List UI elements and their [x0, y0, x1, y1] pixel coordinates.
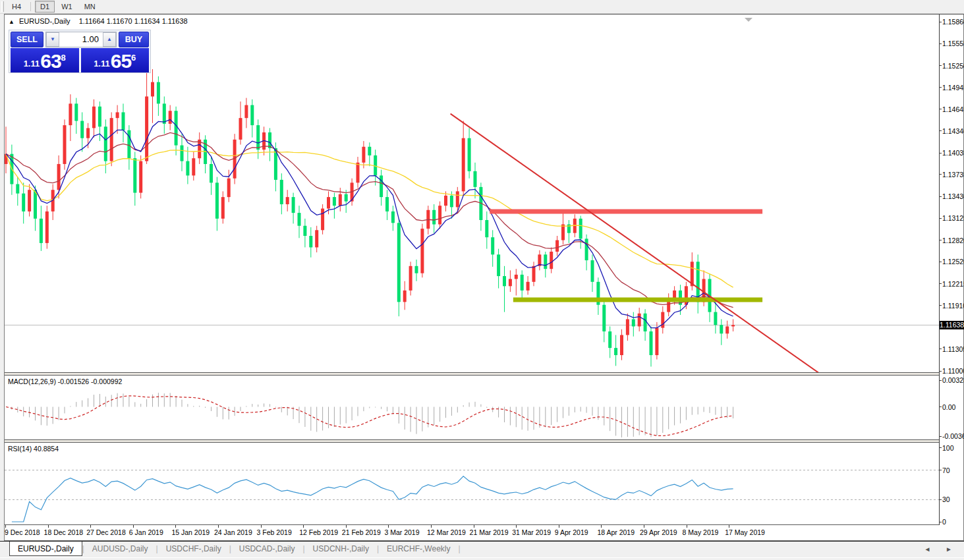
date-tick [687, 525, 687, 528]
volume-stepper: ▼ 1.00 ▲ [45, 32, 117, 47]
date-axis-label: 9 Dec 2018 [5, 528, 40, 536]
axis-tick [940, 174, 942, 175]
date-axis-label: 21 Feb 2019 [342, 528, 381, 536]
date-axis-label: 3 Mar 2019 [384, 528, 419, 536]
axis-tick [940, 436, 942, 437]
toolbar-separator [30, 2, 31, 11]
chart-title: ▲ EURUSD-,Daily 1.11664 1.11670 1.11634 … [9, 17, 188, 25]
chart-tab-eurchf[interactable]: EURCHF-,Weekly [379, 542, 458, 555]
chart-plot-area[interactable] [5, 14, 939, 525]
tab-scroll-arrows[interactable]: ◄ ► [924, 546, 959, 553]
date-tick [218, 525, 219, 528]
current-price-badge: 1.11638 [940, 321, 964, 329]
toolbar-grip[interactable] [1, 1, 4, 12]
axis-tick [940, 499, 942, 500]
date-axis[interactable]: 9 Dec 201818 Dec 201827 Dec 20186 Jan 20… [5, 525, 963, 540]
chart-canvas[interactable] [5, 14, 939, 525]
chart-tab-usdcnh[interactable]: USDCNH-,Daily [305, 542, 377, 555]
date-tick [175, 525, 176, 528]
timeframe-button-d1[interactable]: D1 [35, 1, 55, 13]
date-axis-label: 12 Feb 2019 [299, 528, 338, 536]
date-axis-label: 9 Apr 2019 [555, 528, 588, 536]
sell-button[interactable]: SELL [11, 32, 43, 47]
price-axis-label: 1.15555 [942, 40, 964, 47]
date-tick [346, 525, 347, 528]
mt4-workspace: H4D1W1MN ▲ EURUSD-,Daily 1.11664 1.11670… [0, 0, 964, 560]
sell-price-sup: 8 [61, 48, 66, 68]
date-tick [644, 525, 644, 528]
price-axis-label: 1.13735 [942, 171, 964, 179]
price-axis-label: 1.14645 [942, 105, 964, 113]
chart-tab-usdchf[interactable]: USDCHF-,Daily [158, 542, 229, 555]
chart-window: ▲ EURUSD-,Daily 1.11664 1.11670 1.11634 … [4, 14, 964, 541]
date-axis-label: 12 Mar 2019 [427, 528, 466, 536]
buy-price-box[interactable]: 1.11 65 6 [81, 48, 150, 72]
buy-price-prefix: 1.11 [94, 57, 110, 70]
axis-tick [940, 130, 942, 131]
date-tick [601, 525, 602, 528]
price-axis-label: 1.13430 [942, 192, 964, 200]
axis-tick [940, 153, 942, 154]
axis-tick [940, 43, 942, 44]
timeframe-toolbar: H4D1W1MN [0, 0, 964, 14]
price-axis-label: 1.12520 [942, 258, 964, 266]
axis-tick [940, 470, 942, 470]
price-axis-label: 1.12215 [942, 280, 964, 288]
buy-button[interactable]: BUY [119, 32, 149, 47]
axis-tick [940, 218, 942, 219]
date-tick [474, 525, 474, 528]
date-tick [5, 525, 6, 528]
axis-tick [940, 305, 942, 306]
buy-price-big: 65 [111, 52, 131, 70]
price-axis-label: 1.11910 [942, 302, 964, 310]
volume-input[interactable]: 1.00 [59, 32, 103, 47]
date-tick [133, 525, 134, 528]
price-axis-label: 1.11305 [942, 345, 964, 353]
timeframe-button-w1[interactable]: W1 [56, 1, 78, 13]
tab-divider: | [458, 542, 460, 553]
chart-quote-line: 1.11664 1.11670 1.11634 1.11638 [79, 17, 188, 25]
chart-tab-audusd[interactable]: AUDUSD-,Daily [84, 542, 156, 555]
chart-symbol-label: EURUSD-,Daily [19, 17, 71, 25]
macd-axis-label: 0.00 [942, 403, 955, 411]
one-click-trading-panel: SELL ▼ 1.00 ▲ BUY 1.11 63 8 1.11 65 6 [9, 30, 151, 73]
axis-tick [940, 240, 942, 240]
date-axis-label: 18 Apr 2019 [597, 528, 635, 536]
collapse-trade-panel-icon[interactable]: ▲ [9, 18, 14, 25]
axis-tick [940, 380, 942, 381]
date-tick [516, 525, 517, 528]
rsi-axis-label: 70 [942, 466, 950, 474]
chart-tab-bar: ◄ ► EURUSD-,Daily|AUDUSD-,Daily|USDCHF-,… [0, 541, 964, 557]
volume-increase-button[interactable]: ▲ [103, 32, 116, 47]
rsi-indicator-label: RSI(14) 40.8854 [8, 445, 59, 453]
chart-tab-eurusd[interactable]: EURUSD-,Daily [9, 542, 82, 556]
price-axis[interactable]: 1.11638 1.158601.155551.152501.149451.14… [939, 14, 963, 525]
macd-indicator-label: MACD(12,26,9) -0.001526 -0.000992 [8, 378, 122, 385]
macd-axis-label: -0.00365 [942, 432, 964, 440]
axis-tick [940, 65, 942, 66]
sell-price-box[interactable]: 1.11 63 8 [11, 48, 79, 72]
volume-decrease-button[interactable]: ▼ [46, 32, 59, 47]
date-axis-label: 15 Jan 2019 [171, 528, 210, 536]
date-tick [388, 525, 389, 528]
timeframe-button-mn[interactable]: MN [79, 1, 101, 13]
price-axis-label: 1.13125 [942, 214, 964, 222]
date-tick [559, 525, 559, 528]
date-axis-label: 18 Dec 2018 [44, 528, 84, 536]
date-tick [90, 525, 91, 528]
chart-tab-usdcad[interactable]: USDCAD-,Daily [231, 542, 303, 555]
date-axis-label: 31 Mar 2019 [512, 528, 551, 536]
date-tick [261, 525, 262, 528]
timeframe-button-h4[interactable]: H4 [7, 1, 26, 13]
date-tick [48, 525, 49, 528]
axis-tick [940, 262, 942, 262]
date-axis-label: 6 Jan 2019 [129, 528, 163, 536]
axis-tick [940, 196, 942, 197]
axis-tick [940, 349, 942, 349]
price-axis-label: 1.14945 [942, 84, 964, 92]
price-axis-label: 1.11000 [942, 367, 964, 375]
axis-tick [940, 87, 942, 88]
price-axis-label: 1.15250 [942, 62, 964, 70]
sell-price-prefix: 1.11 [24, 57, 40, 70]
rsi-axis-label: 100 [942, 444, 954, 452]
